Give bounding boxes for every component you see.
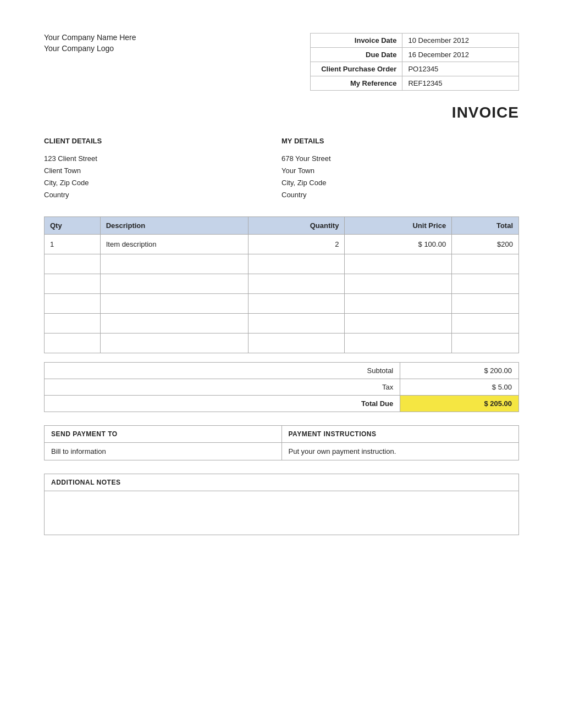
row2-qty [45, 254, 101, 274]
client-po-label: Client Purchase Order [311, 62, 402, 76]
col-description: Description [100, 217, 248, 235]
row5-qty [45, 314, 101, 334]
notes-body-row [45, 491, 519, 535]
table-row [45, 274, 519, 294]
payment-body-row: Bill to information Put your own payment… [45, 443, 519, 460]
row1-qty: 1 [45, 235, 101, 254]
due-date-value: 16 December 2012 [402, 48, 519, 62]
reference-label: My Reference [311, 76, 402, 91]
row6-description [100, 334, 248, 353]
payment-header-row: SEND PAYMENT TO PAYMENT INSTRUCTIONS [45, 426, 519, 443]
notes-heading: ADDITIONAL NOTES [45, 474, 519, 491]
row1-description: Item description [100, 235, 248, 254]
row1-unit-price: $ 100.00 [345, 235, 452, 254]
row5-unit-price [345, 314, 452, 334]
totals-table: Subtotal $ 200.00 Tax $ 5.00 Total Due $… [44, 362, 519, 412]
client-line2: Client Town [44, 166, 81, 175]
invoice-date-value: 10 December 2012 [402, 34, 519, 48]
table-row [45, 294, 519, 314]
table-row [45, 314, 519, 334]
page-header: Your Company Name Here Your Company Logo… [44, 33, 519, 91]
company-info: Your Company Name Here Your Company Logo [44, 33, 136, 53]
row6-quantity [248, 334, 345, 353]
row5-total [452, 314, 519, 334]
client-line1: 123 Client Street [44, 154, 97, 163]
client-details-heading: CLIENT DETAILS [44, 137, 282, 145]
send-payment-heading: SEND PAYMENT TO [45, 426, 282, 443]
row3-unit-price [345, 274, 452, 294]
notes-header-row: ADDITIONAL NOTES [45, 474, 519, 491]
col-qty: Qty [45, 217, 101, 235]
row2-unit-price [345, 254, 452, 274]
tax-label: Tax [45, 379, 400, 396]
invoice-title: INVOICE [44, 104, 519, 121]
my-line1: 678 Your Street [282, 154, 331, 163]
my-details-col: MY DETAILS 678 Your Street Your Town Cit… [282, 137, 519, 201]
col-unit-price: Unit Price [345, 217, 452, 235]
reference-value: REF12345 [402, 76, 519, 91]
col-quantity: Quantity [248, 217, 345, 235]
row3-total [452, 274, 519, 294]
table-row [45, 334, 519, 353]
row4-qty [45, 294, 101, 314]
row4-quantity [248, 294, 345, 314]
table-row: 1 Item description 2 $ 100.00 $200 [45, 235, 519, 254]
row2-description [100, 254, 248, 274]
company-logo: Your Company Logo [44, 44, 136, 53]
row1-quantity: 2 [248, 235, 345, 254]
row4-description [100, 294, 248, 314]
row2-quantity [248, 254, 345, 274]
subtotal-value: $ 200.00 [400, 363, 519, 379]
row4-unit-price [345, 294, 452, 314]
client-details-col: CLIENT DETAILS 123 Client Street Client … [44, 137, 282, 201]
total-due-label: Total Due [45, 396, 400, 412]
row6-total [452, 334, 519, 353]
payment-instructions-body: Put your own payment instruction. [282, 443, 519, 460]
client-po-value: PO12345 [402, 62, 519, 76]
client-line4: Country [44, 191, 69, 199]
notes-body [45, 491, 519, 535]
row4-total [452, 294, 519, 314]
row2-total [452, 254, 519, 274]
row3-quantity [248, 274, 345, 294]
row5-description [100, 314, 248, 334]
row3-description [100, 274, 248, 294]
client-line3: City, Zip Code [44, 179, 89, 187]
invoice-date-label: Invoice Date [311, 34, 402, 48]
subtotal-row: Subtotal $ 200.00 [45, 363, 519, 379]
row6-qty [45, 334, 101, 353]
my-line2: Your Town [282, 166, 314, 175]
col-total: Total [452, 217, 519, 235]
payment-instructions-heading: PAYMENT INSTRUCTIONS [282, 426, 519, 443]
details-section: CLIENT DETAILS 123 Client Street Client … [44, 137, 519, 201]
tax-value: $ 5.00 [400, 379, 519, 396]
payment-table: SEND PAYMENT TO PAYMENT INSTRUCTIONS Bil… [44, 425, 519, 460]
notes-table: ADDITIONAL NOTES [44, 474, 519, 535]
row1-total: $200 [452, 235, 519, 254]
table-row [45, 254, 519, 274]
my-line4: Country [282, 191, 307, 199]
subtotal-label: Subtotal [45, 363, 400, 379]
row3-qty [45, 274, 101, 294]
due-date-label: Due Date [311, 48, 402, 62]
my-details-heading: MY DETAILS [282, 137, 519, 145]
my-line3: City, Zip Code [282, 179, 326, 187]
row6-unit-price [345, 334, 452, 353]
items-table: Qty Description Quantity Unit Price Tota… [44, 216, 519, 353]
total-due-row: Total Due $ 205.00 [45, 396, 519, 412]
tax-row: Tax $ 5.00 [45, 379, 519, 396]
total-due-value: $ 205.00 [400, 396, 519, 412]
send-payment-body: Bill to information [45, 443, 282, 460]
company-name: Your Company Name Here [44, 33, 136, 42]
row5-quantity [248, 314, 345, 334]
meta-table: Invoice Date 10 December 2012 Due Date 1… [310, 33, 519, 91]
